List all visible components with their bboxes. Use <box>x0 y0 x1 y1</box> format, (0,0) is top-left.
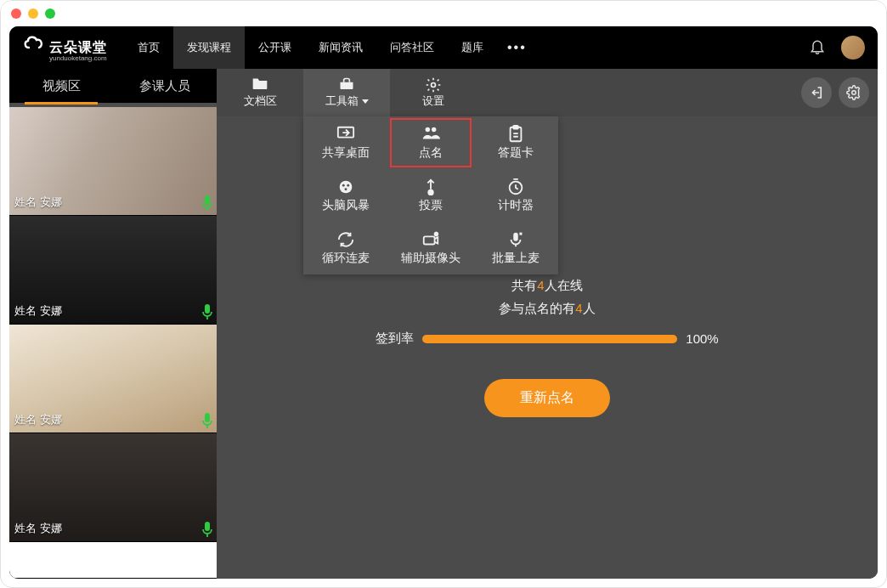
svg-point-11 <box>340 181 353 194</box>
vote-icon <box>421 178 440 195</box>
loop-mic-icon <box>336 230 355 247</box>
svg-rect-1 <box>205 304 210 314</box>
settings-tab[interactable]: 设置 <box>390 69 477 116</box>
brand-sub: yunduoketang.com <box>49 54 107 62</box>
svg-point-13 <box>347 184 349 187</box>
microphone-icon <box>201 521 213 536</box>
tool-label: 辅助摄像头 <box>401 251 460 266</box>
rate-percent: 100% <box>686 331 718 346</box>
tool-timer[interactable]: 计时器 <box>473 169 558 222</box>
user-avatar[interactable] <box>841 36 865 59</box>
participant-name: 姓名 安娜 <box>14 412 62 427</box>
tool-label: 点名 <box>419 145 443 161</box>
notifications-icon[interactable] <box>809 38 826 57</box>
batch-mic-icon <box>506 230 525 247</box>
participant-name: 姓名 安娜 <box>14 195 62 210</box>
tool-share-screen[interactable]: 共享桌面 <box>303 116 388 169</box>
gear-icon <box>425 76 442 92</box>
top-nav: 云朵课堂 yunduoketang.com 首页发现课程公开课新闻资讯问答社区题… <box>9 26 878 69</box>
close-window-button[interactable] <box>11 8 21 19</box>
window-titlebar <box>1 1 886 26</box>
docs-label: 文档区 <box>244 93 277 109</box>
toolbox-label: 工具箱 <box>325 93 369 109</box>
rate-label: 签到率 <box>376 331 414 347</box>
toolbox-tab[interactable]: 工具箱 <box>303 69 390 116</box>
video-tile[interactable]: 姓名 安娜 <box>9 433 217 542</box>
svg-point-7 <box>426 127 430 132</box>
tool-label: 投票 <box>419 198 443 213</box>
aux-camera-icon <box>421 230 440 247</box>
microphone-icon <box>201 195 213 210</box>
brainstorm-icon <box>336 178 355 195</box>
microphone-icon <box>201 303 213 319</box>
settings-label: 设置 <box>422 93 444 109</box>
tool-batch-mic[interactable]: 批量上麦 <box>473 222 558 274</box>
sidebar-tabs: 视频区 参课人员 <box>9 69 217 105</box>
browser-frame: 云朵课堂 yunduoketang.com 首页发现课程公开课新闻资讯问答社区题… <box>0 0 887 588</box>
svg-point-4 <box>432 83 436 88</box>
signin-progress-bar <box>422 335 677 343</box>
tab-participants[interactable]: 参课人员 <box>113 69 217 103</box>
folder-icon <box>251 76 268 92</box>
app-body: 视频区 参课人员 姓名 安娜 姓名 安娜 姓名 安娜 姓名 安娜 <box>9 69 878 579</box>
video-tile-empty <box>9 542 217 579</box>
participate-line: 参与点名的有4人 <box>499 301 595 317</box>
rollcall-stats: 共有4人在线 参与点名的有4人 签到率 100% 重新点名 <box>217 278 878 417</box>
svg-rect-0 <box>205 195 210 205</box>
nav-item-5[interactable]: 题库 <box>448 26 497 69</box>
tab-video-zone[interactable]: 视频区 <box>9 69 113 103</box>
maximize-window-button[interactable] <box>45 8 55 19</box>
signin-rate-row: 签到率 100% <box>376 331 718 347</box>
participant-name: 姓名 安娜 <box>14 303 62 319</box>
tool-brainstorm[interactable]: 头脑风暴 <box>303 169 388 222</box>
tool-vote[interactable]: 投票 <box>388 169 473 222</box>
tool-label: 头脑风暴 <box>322 198 370 213</box>
main-area: 文档区 工具箱 设置 <box>217 69 878 579</box>
online-line: 共有4人在线 <box>511 278 582 294</box>
tool-rollcall[interactable]: 点名 <box>388 116 473 169</box>
config-button[interactable] <box>839 77 869 108</box>
svg-rect-10 <box>513 126 518 129</box>
minimize-window-button[interactable] <box>28 8 38 19</box>
more-menu-icon[interactable]: ••• <box>497 40 537 55</box>
nav-item-1[interactable]: 发现课程 <box>173 26 245 69</box>
svg-point-5 <box>852 91 856 95</box>
tool-label: 批量上麦 <box>492 251 540 266</box>
video-list: 姓名 安娜 姓名 安娜 姓名 安娜 姓名 安娜 <box>9 105 217 579</box>
tool-label: 答题卡 <box>498 145 534 161</box>
svg-point-18 <box>435 233 438 236</box>
toolbox-dropdown: 共享桌面点名答题卡头脑风暴投票计时器循环连麦辅助摄像头批量上麦 <box>303 116 558 274</box>
microphone-icon <box>201 412 213 427</box>
svg-point-8 <box>432 127 436 132</box>
video-tile[interactable]: 姓名 安娜 <box>9 325 217 433</box>
video-sidebar: 视频区 参课人员 姓名 安娜 姓名 安娜 姓名 安娜 姓名 安娜 <box>9 69 217 579</box>
chevron-down-icon <box>362 99 369 104</box>
docs-tab[interactable]: 文档区 <box>217 69 303 116</box>
rollcall-icon <box>421 125 440 142</box>
cloud-icon <box>22 33 46 52</box>
nav-item-4[interactable]: 问答社区 <box>376 26 448 69</box>
video-tile[interactable]: 姓名 安娜 <box>9 107 217 216</box>
nav-item-2[interactable]: 公开课 <box>245 26 305 69</box>
nav-item-0[interactable]: 首页 <box>124 26 173 69</box>
tool-answer-card[interactable]: 答题卡 <box>473 116 558 169</box>
video-tile[interactable]: 姓名 安娜 <box>9 216 217 325</box>
exit-button[interactable] <box>801 77 832 108</box>
main-toolbar: 文档区 工具箱 设置 <box>217 69 878 116</box>
tool-label: 循环连麦 <box>322 251 370 266</box>
tool-label: 共享桌面 <box>322 145 370 161</box>
brand-logo[interactable]: 云朵课堂 yunduoketang.com <box>22 33 107 62</box>
nav-right <box>809 36 865 59</box>
re-rollcall-button[interactable]: 重新点名 <box>484 379 610 417</box>
timer-icon <box>506 178 525 195</box>
tool-label: 计时器 <box>498 198 534 213</box>
tool-loop-mic[interactable]: 循环连麦 <box>303 222 388 274</box>
svg-rect-2 <box>205 413 210 422</box>
svg-rect-19 <box>513 233 518 241</box>
tool-aux-camera[interactable]: 辅助摄像头 <box>388 222 473 274</box>
svg-rect-3 <box>205 522 210 531</box>
svg-point-14 <box>345 188 347 190</box>
nav-items: 首页发现课程公开课新闻资讯问答社区题库 <box>124 26 497 69</box>
svg-rect-17 <box>424 236 435 244</box>
nav-item-3[interactable]: 新闻资讯 <box>305 26 376 69</box>
